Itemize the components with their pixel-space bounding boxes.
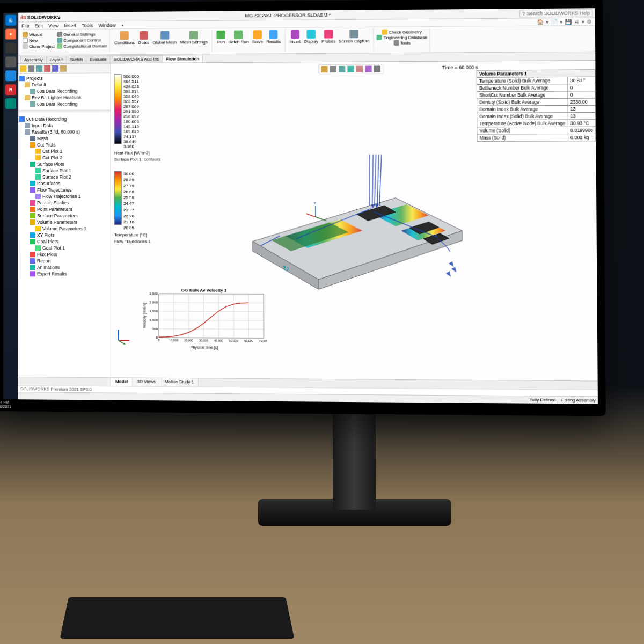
- tab-3d-views[interactable]: 3D Views: [133, 378, 160, 386]
- search-help[interactable]: ? Search SOLIDWORKS Help: [519, 9, 593, 17]
- display-style-icon[interactable]: [347, 66, 354, 72]
- ribbon-group-project: Wizard General Settings New Component Co…: [20, 30, 110, 54]
- tree-item[interactable]: Goal Plot 1: [19, 245, 109, 251]
- tree-item[interactable]: Surface Parameters: [19, 213, 109, 219]
- graphics-viewport[interactable]: Time = 60.000 s 500.000464.511429.023393…: [111, 61, 598, 380]
- menu-tools[interactable]: Tools: [82, 23, 93, 28]
- general-settings-button[interactable]: General Settings: [57, 31, 107, 37]
- table-row-label: Domain Index (Solid) Bulk Average: [477, 113, 568, 120]
- tree-item[interactable]: Surface Plot 1: [19, 167, 109, 174]
- tree-item[interactable]: Cut Plots: [19, 142, 109, 148]
- run-button[interactable]: Run: [215, 31, 226, 45]
- tools-button[interactable]: Tools: [393, 40, 411, 46]
- tree-item[interactable]: 60s Data Recording: [19, 115, 109, 122]
- tab-evaluate[interactable]: Evaluate: [86, 55, 110, 63]
- screen-capture-button[interactable]: Screen Capture: [337, 30, 371, 44]
- tab-addins[interactable]: SOLIDWORKS Add-Ins: [110, 55, 163, 63]
- wizard-button[interactable]: Wizard: [23, 32, 55, 37]
- zoom-icon[interactable]: [330, 66, 336, 72]
- panel-icon-5[interactable]: [52, 65, 58, 71]
- tree-item[interactable]: Rev B - Lighter Heatsink: [19, 94, 109, 101]
- check-geometry-button[interactable]: Check Geometry: [382, 29, 422, 35]
- qat-icons[interactable]: 🏠▾📄▾💾🖨▾⚙: [537, 19, 591, 25]
- tree-item[interactable]: Surface Plots: [19, 161, 109, 167]
- menu-view[interactable]: View: [48, 23, 58, 28]
- tree-item[interactable]: Volume Parameters: [19, 219, 109, 225]
- table-row-value: 0: [568, 84, 596, 91]
- panel-icon-6[interactable]: [60, 65, 67, 71]
- menu-window[interactable]: Window: [98, 23, 115, 28]
- tab-motion-study[interactable]: Motion Study 1: [160, 378, 199, 387]
- taskbar-clock[interactable]: 4:24 PM 7/16/2021: [3, 400, 10, 404]
- panel-icon-2[interactable]: [28, 65, 34, 72]
- windows-taskbar: ⊞ ● R 4:24 PM 7/16/2021: [3, 13, 18, 400]
- taskbar-app-2[interactable]: [5, 42, 16, 53]
- tree-item[interactable]: Flow Trajectories 1: [19, 193, 109, 200]
- tree-item[interactable]: Goal Plots: [19, 238, 109, 245]
- tree-item[interactable]: 60s Data Recording: [19, 87, 109, 94]
- taskbar-app-6[interactable]: [5, 98, 16, 109]
- hide-show-icon[interactable]: [356, 66, 363, 72]
- panel-icon-4[interactable]: [44, 65, 50, 71]
- mesh-settings-button[interactable]: Mesh Settings: [179, 31, 209, 45]
- eng-database-button[interactable]: Engineering Database: [377, 34, 427, 40]
- settings-icon[interactable]: [374, 65, 380, 72]
- goals-button[interactable]: Goals: [136, 31, 151, 45]
- tree-item[interactable]: Point Parameters: [19, 206, 109, 213]
- comp-control-button[interactable]: Component Control: [57, 37, 107, 43]
- comp-domain-button[interactable]: Computational Domain: [57, 43, 107, 49]
- taskbar-app-1[interactable]: ●: [5, 29, 16, 40]
- tab-sketch[interactable]: Sketch: [66, 56, 87, 63]
- conditions-button[interactable]: Conditions: [113, 31, 136, 45]
- menu-more-icon[interactable]: ⋆: [121, 23, 125, 28]
- panel-icon-3[interactable]: [36, 65, 42, 72]
- panel-icon-1[interactable]: [20, 65, 26, 72]
- tab-layout[interactable]: Layout: [46, 56, 67, 63]
- tree-item[interactable]: Cut Plot 1: [19, 148, 109, 155]
- time-label: Time = 60.000 s: [442, 64, 478, 70]
- tree-item[interactable]: Results (3.fld, 60.000 s): [19, 128, 109, 135]
- tree-item[interactable]: Surface Plot 2: [19, 174, 109, 180]
- menu-insert[interactable]: Insert: [64, 23, 77, 28]
- svg-text:Velocity [mm/s]: Velocity [mm/s]: [142, 303, 147, 328]
- global-mesh-button[interactable]: Global Mesh: [151, 31, 178, 45]
- batch-run-button[interactable]: Batch Run: [226, 30, 250, 44]
- tree-item[interactable]: Cut Plot 2: [19, 155, 109, 161]
- svg-line-27: [159, 311, 264, 312]
- appearance-icon[interactable]: [365, 66, 371, 72]
- tree-item[interactable]: Flow Trajectories: [19, 187, 109, 193]
- solve-button[interactable]: Solve: [251, 30, 265, 44]
- projects-root[interactable]: Projects: [19, 75, 109, 82]
- new-project-button[interactable]: New: [23, 38, 55, 43]
- taskbar-app-3[interactable]: [5, 56, 16, 67]
- menu-edit[interactable]: Edit: [35, 23, 43, 28]
- probes-button[interactable]: Probes: [320, 30, 337, 43]
- taskbar-app-5[interactable]: R: [5, 84, 16, 95]
- tree-item[interactable]: Volume Parameters 1: [19, 225, 109, 232]
- tab-assembly[interactable]: Assembly: [20, 56, 47, 63]
- taskbar-app-4[interactable]: [5, 70, 16, 81]
- view-orientation-icon[interactable]: [321, 66, 327, 72]
- tree-item[interactable]: Mesh: [19, 135, 109, 142]
- insert-button[interactable]: Insert: [288, 30, 303, 44]
- tree-item[interactable]: Default: [19, 81, 109, 88]
- tab-flow-simulation[interactable]: Flow Simulation: [162, 55, 203, 63]
- tree-item[interactable]: Particle Studies: [19, 200, 109, 206]
- tree-item[interactable]: Animations: [19, 264, 109, 270]
- tree-item[interactable]: Isosurfaces: [19, 180, 109, 187]
- tree-item[interactable]: XY Plots: [19, 232, 109, 238]
- display-button[interactable]: Display: [302, 30, 320, 44]
- results-button[interactable]: Results: [265, 30, 282, 44]
- tab-model[interactable]: Model: [111, 378, 133, 386]
- tree-item[interactable]: 60s Data Recording: [19, 100, 109, 107]
- menu-file[interactable]: File: [21, 23, 30, 28]
- tree-item[interactable]: Flux Plots: [19, 251, 109, 258]
- tree-item[interactable]: Report: [19, 258, 109, 264]
- table-header: Volume Parameters 1: [477, 70, 595, 77]
- svg-text:Physical time [s]: Physical time [s]: [191, 345, 218, 349]
- section-icon[interactable]: [339, 66, 345, 72]
- start-button[interactable]: ⊞: [5, 15, 16, 26]
- tree-item[interactable]: Export Results: [19, 270, 109, 277]
- clone-project-button[interactable]: Clone Project: [23, 43, 55, 49]
- tree-item[interactable]: Input Data: [19, 122, 109, 129]
